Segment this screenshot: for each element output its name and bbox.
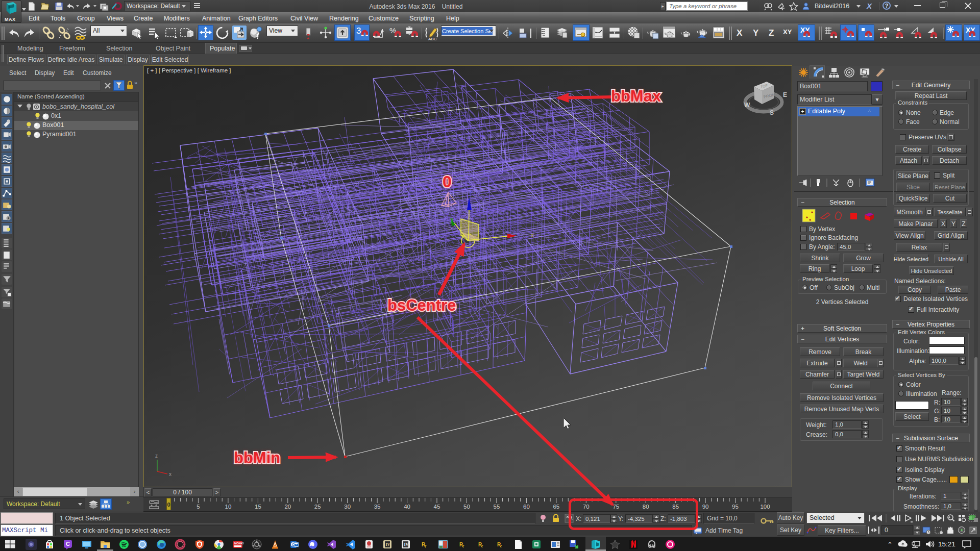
svg-text:ABC: ABC [428, 37, 437, 41]
svg-text:C: C [66, 541, 70, 547]
svg-text:IV: IV [386, 542, 390, 547]
svg-text:IV: IV [404, 542, 409, 547]
svg-text:3: 3 [356, 26, 361, 36]
svg-text:O: O [292, 542, 295, 547]
svg-text:MONKE: MONKE [234, 542, 243, 545]
